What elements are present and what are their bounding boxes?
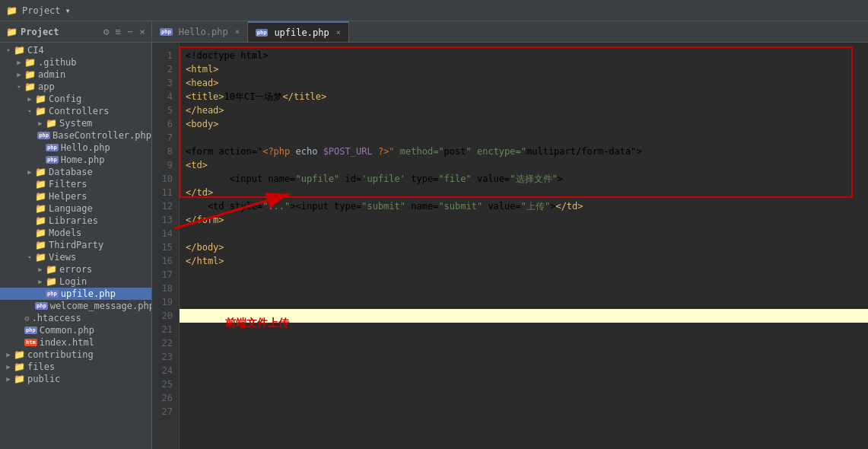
tree-arrow: ▶ xyxy=(14,59,24,66)
folder-icon: 📁 xyxy=(35,191,46,202)
line-number-3: 3 xyxy=(152,76,179,90)
tree-item-label: files xyxy=(27,361,55,372)
tree-item-label: Home.php xyxy=(61,154,105,165)
tab-hello[interactable]: phpHello.php× xyxy=(152,21,248,43)
tree-item-upfile[interactable]: phpupfile.php xyxy=(0,288,151,300)
tree-arrow: ▶ xyxy=(3,363,14,371)
tree-item-Views[interactable]: ▾📁Views xyxy=(0,251,151,263)
tree-arrow: ▾ xyxy=(24,107,35,115)
htaccess-icon: ⚙ xyxy=(24,314,30,323)
tree-arrow: ▶ xyxy=(3,375,14,383)
tree-item-public[interactable]: ▶📁public xyxy=(0,373,151,385)
tab-label: Hello.php xyxy=(179,27,228,37)
php-icon: php xyxy=(46,156,59,164)
line-number-9: 9 xyxy=(152,158,179,172)
tree-item-label: Filters xyxy=(49,179,87,189)
tree-item-BaseController[interactable]: phpBaseController.php xyxy=(0,129,151,142)
tree-item-Hello[interactable]: phpHello.php xyxy=(0,142,151,154)
settings-icon[interactable]: ⚙ xyxy=(103,26,110,37)
tree-item-files[interactable]: ▶📁files xyxy=(0,361,151,373)
tree-item-CI4[interactable]: ▾📁CI4 xyxy=(0,44,151,56)
tree-arrow: ▶ xyxy=(35,119,46,127)
close-icon[interactable]: × xyxy=(139,26,145,37)
tree-item-app[interactable]: ▾📁app xyxy=(0,81,151,93)
line-number-24: 24 xyxy=(152,364,179,377)
line-numbers: 1234567891011121314151617181920212223242… xyxy=(152,43,180,449)
tree-item-label: public xyxy=(27,374,60,384)
tree-item-label: upfile.php xyxy=(61,288,116,299)
title-bar-dropdown-icon[interactable]: ▾ xyxy=(65,5,71,16)
tree-item-Filters[interactable]: 📁Filters xyxy=(0,178,151,190)
file-tree: ▾📁CI4▶📁.github▶📁admin▾📁app▶📁Config▾📁Cont… xyxy=(0,43,151,387)
line-number-5: 5 xyxy=(152,103,179,117)
code-line-23 xyxy=(180,350,868,364)
folder-icon: 📁 xyxy=(24,81,36,92)
folder-icon: 📁 xyxy=(46,276,57,287)
tree-item-Language[interactable]: 📁Language xyxy=(0,202,151,215)
tree-item-htaccess[interactable]: ⚙.htaccess xyxy=(0,312,151,324)
tree-item-label: .github xyxy=(38,57,77,68)
folder-icon: 📁 xyxy=(35,179,46,189)
tree-item-Login[interactable]: ▶📁Login xyxy=(0,275,151,288)
minus-icon[interactable]: − xyxy=(127,26,133,37)
code-line-25 xyxy=(180,377,868,391)
line-number-19: 19 xyxy=(152,295,179,309)
line-number-15: 15 xyxy=(152,240,179,254)
tree-item-github[interactable]: ▶📁.github xyxy=(0,56,151,68)
sidebar-folder-icon: 📁 xyxy=(6,27,17,37)
folder-icon: 📁 xyxy=(24,57,36,68)
tree-item-errors[interactable]: ▶📁errors xyxy=(0,263,151,275)
tree-arrow: ▾ xyxy=(3,46,14,54)
sidebar: 📁 Project ⚙ ≡ − × ▾📁CI4▶📁.github▶📁admin▾… xyxy=(0,21,152,449)
code-line-7 xyxy=(180,131,868,145)
tree-item-ThirdParty[interactable]: 📁ThirdParty xyxy=(0,239,151,251)
tree-item-label: Controllers xyxy=(49,106,109,116)
sidebar-header-title: 📁 Project xyxy=(6,27,59,37)
code-content[interactable]: 前端文件上传 <!doctype html><html><head> <titl… xyxy=(180,43,868,449)
tree-item-System[interactable]: ▶📁System xyxy=(0,117,151,129)
line-number-12: 12 xyxy=(152,199,179,213)
tree-item-label: Hello.php xyxy=(61,142,110,153)
code-line-3: <head> xyxy=(180,76,868,90)
tree-item-Common[interactable]: phpCommon.php xyxy=(0,324,151,336)
tree-item-Models[interactable]: 📁Models xyxy=(0,227,151,239)
tree-item-Database[interactable]: ▶📁Database xyxy=(0,166,151,178)
tree-arrow: ▾ xyxy=(24,253,35,261)
tree-arrow: ▶ xyxy=(3,351,14,358)
tree-arrow: ▾ xyxy=(14,83,24,91)
code-line-4: <title>10年CI一场梦</title> xyxy=(180,90,868,103)
code-line-6: <body> xyxy=(180,117,868,131)
tree-item-Helpers[interactable]: 📁Helpers xyxy=(0,190,151,202)
tree-item-welcome_message[interactable]: phpwelcome_message.php xyxy=(0,300,151,312)
tree-item-contributing[interactable]: ▶📁contributing xyxy=(0,349,151,361)
folder-icon: 📁 xyxy=(46,118,57,129)
tree-item-admin[interactable]: ▶📁admin xyxy=(0,68,151,81)
code-editor: 1234567891011121314151617181920212223242… xyxy=(152,43,868,449)
tree-arrow: ▶ xyxy=(35,266,46,273)
menu-icon[interactable]: ≡ xyxy=(116,26,122,37)
folder-icon: 📁 xyxy=(35,106,46,116)
tree-item-Controllers[interactable]: ▾📁Controllers xyxy=(0,105,151,117)
tab-upfile[interactable]: phpupfile.php× xyxy=(248,21,349,43)
tree-item-label: Models xyxy=(49,228,81,238)
line-number-17: 17 xyxy=(152,268,179,282)
tab-php-icon: php xyxy=(256,29,269,37)
tree-item-index[interactable]: htmindex.html xyxy=(0,336,151,349)
line-number-6: 6 xyxy=(152,117,179,131)
tab-close-button[interactable]: × xyxy=(235,27,240,36)
line-number-13: 13 xyxy=(152,213,179,227)
folder-icon: 📁 xyxy=(35,240,46,250)
code-line-10: <input name="upfile" id='upfile' type="f… xyxy=(180,172,868,186)
tree-item-label: Views xyxy=(49,252,76,263)
tree-item-Config[interactable]: ▶📁Config xyxy=(0,93,151,105)
html-icon: htm xyxy=(24,339,37,346)
tree-item-Home[interactable]: phpHome.php xyxy=(0,154,151,166)
code-line-9: <td> xyxy=(180,158,868,172)
sidebar-title-label: Project xyxy=(21,27,59,37)
tree-item-label: Language xyxy=(49,203,93,214)
code-line-1: <!doctype html> xyxy=(180,49,868,62)
folder-icon: 📁 xyxy=(24,69,36,80)
tree-item-Libraries[interactable]: 📁Libraries xyxy=(0,215,151,227)
tab-label: upfile.php xyxy=(274,27,329,38)
tab-close-button[interactable]: × xyxy=(336,28,341,37)
